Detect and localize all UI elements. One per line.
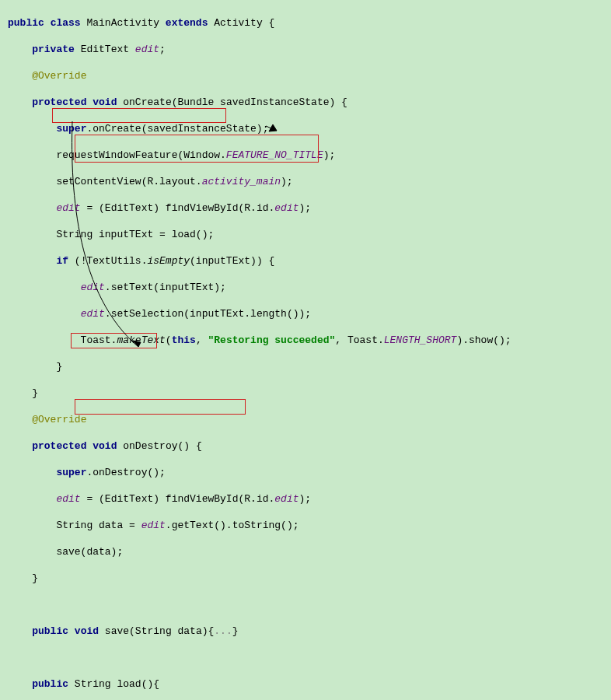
code-line: protected void onCreate(Bundle savedInst…: [8, 96, 611, 109]
code-line: edit.setText(inputTExt);: [8, 281, 611, 294]
highlight-box-load-call: [52, 108, 226, 123]
code-line: }: [8, 387, 611, 400]
highlight-box-openfile: [75, 399, 246, 415]
code-line: @Override: [8, 69, 611, 82]
code-line: String data = edit.getText().toString();: [8, 519, 611, 532]
code-line: protected void onDestroy() {: [8, 439, 611, 453]
code-line: public void save(String data){...}: [8, 625, 611, 638]
code-line: private EditText edit;: [8, 43, 611, 56]
code-line: }: [8, 572, 611, 585]
code-line: String inputTExt = load();: [8, 228, 611, 241]
code-line: edit = (EditText) findViewById(R.id.edit…: [8, 492, 611, 506]
code-line: Toast.makeText(this, "Restoring succeede…: [8, 334, 611, 347]
code-line: @Override: [8, 413, 611, 426]
code-editor: public class MainActivity extends Activi…: [0, 0, 611, 700]
code-line: edit.setSelection(inputTExt.length());: [8, 307, 611, 320]
code-line: [8, 651, 611, 664]
code-line: super.onDestroy();: [8, 466, 611, 479]
code-line: public class MainActivity extends Activi…: [8, 16, 611, 30]
code-line: if (!TextUtils.isEmpty(inputTExt)) {: [8, 254, 611, 268]
code-line: setContentView(R.layout.activity_main);: [8, 175, 611, 188]
code-line: }: [8, 360, 611, 373]
code-line: super.onCreate(savedInstanceState);: [8, 122, 611, 135]
code-line: public String load(){: [8, 677, 611, 691]
code-line: [8, 598, 611, 611]
code-line: save(data);: [8, 545, 611, 558]
code-line: requestWindowFeature(Window.FEATURE_NO_T…: [8, 149, 611, 162]
code-line: edit = (EditText) findViewById(R.id.edit…: [8, 201, 611, 215]
